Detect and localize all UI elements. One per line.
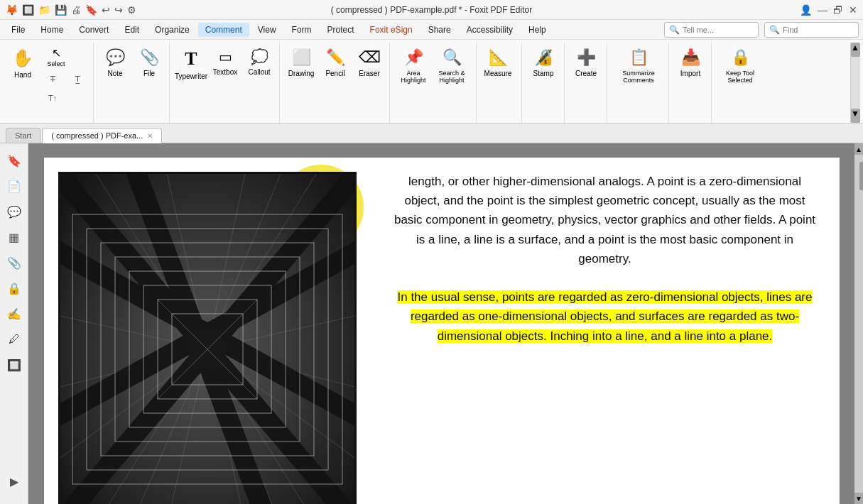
panel-expand-icon[interactable]: ▶ (3, 470, 26, 493)
select-sub3-button[interactable]: T↑ (40, 89, 65, 107)
typewriter-button[interactable]: T Typewriter (175, 45, 207, 83)
create-label: Create (575, 70, 597, 77)
scroll-thumb[interactable] (859, 162, 863, 190)
typewriter-icon: T (185, 48, 197, 70)
toolbar-scroll-track (851, 57, 860, 109)
menu-edit[interactable]: Edit (117, 23, 146, 37)
menu-convert[interactable]: Convert (72, 23, 116, 37)
summarize-icon: 📋 (629, 48, 648, 67)
keeptool-footer (715, 119, 765, 121)
select-tool-button[interactable]: ↖ Select (40, 45, 72, 68)
toolbar-group-hand-select: ✋ Hand ↖ Select T̶ T̲ T↑ (3, 43, 94, 123)
toolbar-group-summarize: 📋 SummarizeComments (609, 43, 669, 123)
panel-lock-icon[interactable]: 🔒 (3, 277, 26, 300)
select-sub2-button[interactable]: T̲ (65, 70, 89, 88)
menu-foxiteSign[interactable]: Foxit eSign (363, 23, 420, 37)
tabbar: Start ( compressed ) PDF-exa... ✕ (0, 124, 863, 143)
panel-attach-icon[interactable]: 📎 (3, 251, 26, 274)
tab-pdf[interactable]: ( compressed ) PDF-exa... ✕ (42, 128, 162, 143)
panel-pages-icon[interactable]: 📄 (3, 175, 26, 197)
search-highlight-button[interactable]: 🔍 Search &Highlight (433, 45, 470, 87)
maximize-button[interactable]: 🗗 (833, 4, 843, 16)
toolbar-group-note: 💬 Note 📎 File (95, 43, 170, 123)
scroll-up-button[interactable]: ▲ (854, 143, 863, 155)
tell-me-input[interactable] (683, 26, 754, 34)
hand-select-footer (5, 119, 91, 121)
redo-icon[interactable]: ↪ (114, 4, 123, 16)
menu-help[interactable]: Help (521, 23, 553, 37)
textbox-button[interactable]: ▭ Textbox (209, 45, 241, 79)
menu-file[interactable]: File (4, 23, 32, 37)
hand-icon: ✋ (12, 48, 33, 68)
import-button[interactable]: 📥 Import (674, 45, 707, 80)
search-icon: 🔍 (669, 25, 680, 35)
panel-highlight-icon[interactable]: 🖊 (3, 328, 26, 351)
menu-share[interactable]: Share (421, 23, 458, 37)
keeptool-button[interactable]: 🔒 Keep ToolSelected (717, 45, 764, 87)
menu-form[interactable]: Form (285, 23, 319, 37)
select-sub1-button[interactable]: T̶ (40, 70, 65, 88)
panel-expand[interactable]: ▶ (3, 470, 26, 493)
panel-comments-icon[interactable]: 💬 (3, 200, 26, 223)
create-button[interactable]: ➕ Create (570, 45, 602, 80)
area-highlight-icon: 📌 (404, 48, 423, 67)
measure-footer (480, 119, 519, 121)
eraser-button[interactable]: ⌫ Eraser (353, 45, 386, 80)
undo-icon[interactable]: ↩ (102, 4, 110, 16)
keeptool-icon: 🔒 (731, 48, 750, 67)
stamp-button[interactable]: 🔏 Stamp (527, 45, 560, 80)
pencil-button[interactable]: ✏️ Pencil (319, 45, 352, 80)
scroll-down-button[interactable]: ▼ (854, 493, 863, 504)
find-input[interactable] (783, 26, 854, 34)
close-button[interactable]: ✕ (849, 4, 857, 16)
select-icon: ↖ (52, 46, 61, 60)
menu-organize[interactable]: Organize (148, 23, 197, 37)
note-label: Note (107, 70, 122, 77)
panel-stamp2-icon[interactable]: 🔲 (3, 354, 26, 376)
toolbar-scroll-down[interactable]: ▼ (851, 109, 860, 123)
menu-view[interactable]: View (251, 23, 283, 37)
open-icon[interactable]: 📁 (38, 4, 50, 16)
print-icon[interactable]: 🖨 (71, 4, 81, 16)
toolbar-group-typewriter: T Typewriter ▭ Textbox 💭 Callout (171, 43, 280, 123)
left-panel: 🔖 📄 💬 ▦ 📎 🔒 ✍ 🖊 🔲 ▶ (0, 143, 28, 504)
new-icon[interactable]: 🔲 (22, 4, 34, 16)
tab-start[interactable]: Start (6, 128, 40, 143)
menu-protect[interactable]: Protect (320, 23, 362, 37)
callout-button[interactable]: 💭 Callout (243, 45, 276, 79)
search-highlight-icon: 🔍 (443, 48, 462, 67)
settings-icon[interactable]: ⚙ (127, 4, 136, 16)
pdf-area[interactable]: length, or other higher-dimensional anal… (28, 143, 854, 504)
text-block-2-highlighted: In the usual sense, points are regarded … (397, 290, 812, 342)
drawing-button[interactable]: ⬜ Drawing (285, 45, 317, 80)
eraser-icon: ⌫ (359, 48, 381, 67)
area-highlight-button[interactable]: 📌 AreaHighlight (395, 45, 432, 87)
find-box[interactable]: 🔍 (764, 22, 859, 38)
tab-pdf-close[interactable]: ✕ (147, 132, 153, 140)
panel-sign-icon[interactable]: ✍ (3, 302, 26, 325)
bookmark-icon[interactable]: 🔖 (85, 4, 97, 16)
file-button[interactable]: 📎 File (133, 45, 165, 80)
user-icon[interactable]: 👤 (800, 4, 812, 16)
panel-layers-icon[interactable]: ▦ (3, 226, 26, 248)
tell-me-box[interactable]: 🔍 (664, 22, 759, 38)
main-area: 🔖 📄 💬 ▦ 📎 🔒 ✍ 🖊 🔲 ▶ (0, 143, 863, 504)
menu-comment[interactable]: Comment (198, 23, 249, 37)
note-footer (97, 119, 167, 121)
titlebar-left: 🦊 🔲 📁 💾 🖨 🔖 ↩ ↪ ⚙ (6, 4, 136, 16)
callout-label: Callout (248, 68, 270, 76)
note-button[interactable]: 💬 Note (99, 45, 131, 80)
hand-tool-button[interactable]: ✋ Hand (6, 45, 39, 82)
save-icon[interactable]: 💾 (55, 4, 67, 16)
toolbar-scroll-up[interactable]: ▲ (851, 43, 860, 57)
minimize-button[interactable]: — (818, 4, 827, 16)
right-scrollbar[interactable]: ▲ ▼ (854, 143, 863, 504)
panel-bookmark-icon[interactable]: 🔖 (3, 149, 26, 172)
typewriter-footer (173, 119, 277, 121)
summarize-button[interactable]: 📋 SummarizeComments (612, 45, 665, 87)
menu-home[interactable]: Home (33, 23, 70, 37)
menu-accessibility[interactable]: Accessibility (460, 23, 520, 37)
drawing-body: ⬜ Drawing ✏️ Pencil ⌫ Eraser (283, 44, 387, 119)
measure-button[interactable]: 📐 Measure (482, 45, 514, 80)
toolbar-scrollbar[interactable]: ▲ ▼ (850, 43, 860, 123)
